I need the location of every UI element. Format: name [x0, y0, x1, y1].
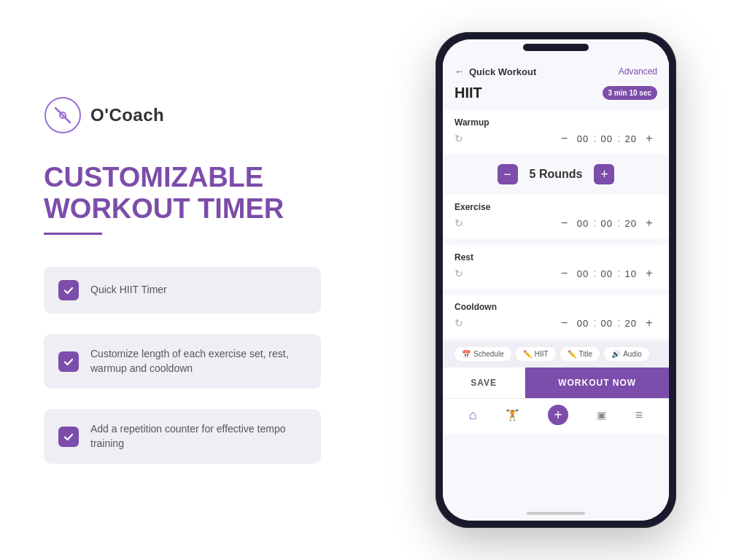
check-icon-2	[58, 351, 79, 372]
warmup-increase-btn[interactable]: +	[641, 131, 657, 147]
rounds-display: 5 Rounds	[530, 168, 583, 181]
app-topbar: ← Quick Workout Advanced	[443, 60, 669, 80]
rest-section: Rest ↻ − 00 : 00 : 10 +	[443, 245, 669, 289]
workout-title: HIIT	[454, 85, 482, 101]
nav-calendar-icon[interactable]: ▣	[597, 409, 606, 421]
logo: O'Coach	[44, 96, 321, 134]
action-buttons: SAVE WORKOUT NOW	[443, 367, 669, 398]
warmup-minutes: 00	[601, 133, 613, 144]
cooldown-repeat-icon[interactable]: ↻	[454, 317, 463, 329]
exercise-decrease-btn[interactable]: −	[557, 215, 573, 231]
check-icon-3	[58, 427, 79, 447]
audio-tag-icon: 🔊	[611, 350, 620, 358]
home-bar	[527, 512, 585, 515]
hiit-tag-label: HIIT	[535, 350, 549, 358]
bottom-nav: ⌂ 🏋 + ▣ ≡	[443, 398, 669, 434]
rest-increase-btn[interactable]: +	[641, 265, 657, 281]
rounds-row: − 5 Rounds +	[443, 157, 669, 192]
title-tag-icon: ✏️	[568, 350, 576, 358]
hiit-header: HIIT 3 min 10 sec	[443, 80, 669, 107]
phone-notch	[443, 39, 669, 60]
title-tag-label: Title	[579, 350, 593, 358]
app-content: ← Quick Workout Advanced HIIT 3 min 10 s…	[443, 60, 669, 506]
nav-add-icon[interactable]: +	[548, 405, 568, 425]
rest-minutes: 00	[601, 268, 613, 279]
rest-repeat-icon[interactable]: ↻	[454, 268, 463, 279]
phone-screen: ← Quick Workout Advanced HIIT 3 min 10 s…	[443, 39, 669, 521]
rest-decrease-btn[interactable]: −	[557, 265, 573, 281]
svg-line-1	[55, 108, 70, 122]
schedule-icon: 📅	[462, 350, 471, 358]
advanced-link[interactable]: Advanced	[619, 66, 657, 77]
warmup-seconds: 20	[625, 133, 637, 144]
check-icon-1	[58, 280, 79, 300]
warmup-label: Warmup	[454, 117, 657, 128]
tag-hiit[interactable]: ✏️ HIIT	[516, 347, 556, 361]
cooldown-hours: 00	[577, 318, 589, 329]
cooldown-section: Cooldown ↻ − 00 : 00 : 20 +	[443, 295, 669, 338]
screen-title: Quick Workout	[469, 66, 536, 77]
exercise-controls: ↻ − 00 : 00 : 20 +	[454, 215, 657, 231]
rest-hours: 00	[577, 268, 589, 279]
feature-text-2: Customize length of each exercise set, r…	[90, 347, 306, 376]
back-arrow-icon[interactable]: ←	[454, 66, 465, 77]
headline: CUSTOMIZABLE WORKOUT TIMER	[44, 162, 321, 225]
divider-1	[454, 241, 657, 242]
exercise-repeat-icon[interactable]: ↻	[454, 217, 463, 229]
cooldown-label: Cooldown	[454, 302, 657, 312]
headline-underline	[44, 233, 102, 235]
left-panel: O'Coach CUSTOMIZABLE WORKOUT TIMER Quick…	[0, 67, 365, 494]
feature-text-3: Add a repetition counter for effective t…	[90, 422, 306, 451]
logo-icon	[44, 96, 82, 134]
warmup-controls: ↻ − 00 : 00 : 20 +	[454, 131, 657, 147]
workout-now-button[interactable]: WORKOUT NOW	[525, 368, 669, 398]
headline-block: CUSTOMIZABLE WORKOUT TIMER	[44, 162, 321, 246]
cooldown-time-control: − 00 : 00 : 20 +	[557, 315, 657, 331]
nav-menu-icon[interactable]: ≡	[635, 408, 643, 423]
hiit-tag-icon: ✏️	[523, 350, 532, 358]
tags-row: 📅 Schedule ✏️ HIIT ✏️ Title 🔊 Audio	[443, 341, 669, 367]
nav-dumbbell-icon[interactable]: 🏋	[506, 408, 519, 421]
rounds-decrease-btn[interactable]: −	[498, 164, 518, 184]
tag-schedule[interactable]: 📅 Schedule	[454, 347, 511, 361]
exercise-minutes: 00	[601, 218, 613, 229]
home-indicator	[443, 506, 669, 521]
feature-item-3: Add a repetition counter for effective t…	[44, 409, 321, 464]
exercise-hours: 00	[577, 218, 589, 229]
cooldown-decrease-btn[interactable]: −	[557, 315, 573, 331]
rest-seconds: 10	[625, 268, 637, 279]
schedule-label: Schedule	[473, 350, 504, 358]
cooldown-increase-btn[interactable]: +	[641, 315, 657, 331]
feature-item-1: Quick HIIT Timer	[44, 267, 321, 314]
tag-audio[interactable]: 🔊 Audio	[604, 347, 649, 361]
warmup-repeat-icon[interactable]: ↻	[454, 133, 463, 144]
rest-controls: ↻ − 00 : 00 : 10 +	[454, 265, 657, 281]
rounds-increase-btn[interactable]: +	[594, 164, 614, 184]
notch-pill	[523, 44, 589, 51]
tag-title[interactable]: ✏️ Title	[560, 347, 600, 361]
right-panel: ← Quick Workout Advanced HIIT 3 min 10 s…	[365, 18, 747, 542]
exercise-time-control: − 00 : 00 : 20 +	[557, 215, 657, 231]
cooldown-minutes: 00	[601, 318, 613, 329]
feature-text-1: Quick HIIT Timer	[90, 283, 167, 298]
exercise-seconds: 20	[625, 218, 637, 229]
nav-home-icon[interactable]: ⌂	[469, 408, 477, 423]
exercise-increase-btn[interactable]: +	[641, 215, 657, 231]
warmup-decrease-btn[interactable]: −	[557, 131, 573, 147]
cooldown-controls: ↻ − 00 : 00 : 20 +	[454, 315, 657, 331]
warmup-section: Warmup ↻ − 00 : 00 : 20 +	[443, 110, 669, 154]
phone-mockup: ← Quick Workout Advanced HIIT 3 min 10 s…	[436, 32, 676, 528]
duration-badge: 3 min 10 sec	[603, 86, 657, 100]
warmup-hours: 00	[577, 133, 589, 144]
feature-item-2: Customize length of each exercise set, r…	[44, 334, 321, 389]
logo-text: O'Coach	[90, 105, 164, 125]
exercise-section: Exercise ↻ − 00 : 00 : 20 +	[443, 195, 669, 238]
exercise-label: Exercise	[454, 202, 657, 212]
rest-label: Rest	[454, 252, 657, 262]
save-button[interactable]: SAVE	[443, 368, 525, 398]
rest-time-control: − 00 : 00 : 10 +	[557, 265, 657, 281]
cooldown-seconds: 20	[625, 318, 637, 329]
audio-tag-label: Audio	[623, 350, 642, 358]
topbar-left: ← Quick Workout	[454, 66, 536, 77]
warmup-time-control: − 00 : 00 : 20 +	[557, 131, 657, 147]
